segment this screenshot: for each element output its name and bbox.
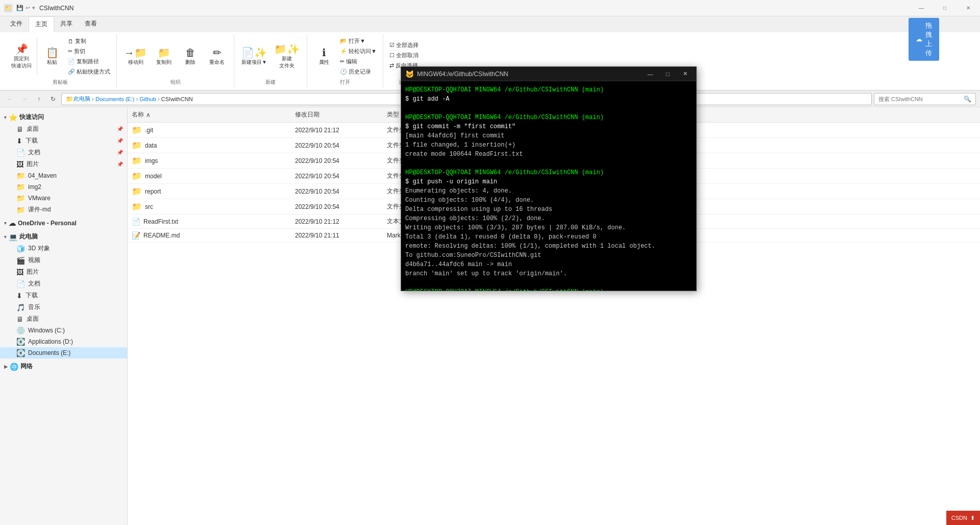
properties-button[interactable]: ℹ 属性 bbox=[311, 45, 337, 68]
new-folder-button[interactable]: 📁✨ 新建文件夹 bbox=[271, 42, 303, 71]
terminal-maximize[interactable]: □ bbox=[660, 69, 675, 79]
folder-icon: 📁 bbox=[132, 202, 142, 211]
copy-to-icon: 📁 bbox=[158, 47, 170, 58]
file-date: 2022/9/10 21:11 bbox=[291, 230, 383, 241]
file-name: 📁 model bbox=[128, 170, 291, 182]
sidebar-item-desktop-quick[interactable]: 🖥 桌面 📌 bbox=[0, 123, 127, 135]
sidebar-item-downloads-quick[interactable]: ⬇ 下载 📌 bbox=[0, 135, 127, 147]
rename-button[interactable]: ✏ 重命名 bbox=[204, 45, 230, 68]
move-to-button[interactable]: →📁 移动到 bbox=[121, 45, 150, 68]
paste-button[interactable]: 📋 粘贴 bbox=[39, 45, 65, 68]
open-button[interactable]: 📂 打开▼ bbox=[338, 36, 379, 46]
copy-label: 复制 bbox=[75, 37, 86, 45]
tab-file[interactable]: 文件 bbox=[4, 16, 29, 32]
file-name: 📁 .git bbox=[128, 124, 291, 136]
file-date: 2022/9/10 20:54 bbox=[291, 186, 383, 197]
file-date: 2022/9/10 20:54 bbox=[291, 202, 383, 212]
sidebar-item-img2[interactable]: 📁 img2 bbox=[0, 181, 127, 193]
search-input[interactable] bbox=[878, 96, 962, 102]
refresh-button[interactable]: ↻ bbox=[47, 93, 59, 105]
open-icon: 📂 bbox=[340, 38, 347, 44]
terminal-line-20: HP@DESKTOP-QQH7OAI MINGW64 /e/Github/CSI… bbox=[405, 288, 692, 291]
3d-label: 3D 对象 bbox=[28, 244, 50, 253]
tab-home[interactable]: 主页 bbox=[29, 16, 54, 33]
quick-save-icon: 💾 bbox=[16, 5, 23, 11]
sidebar-item-3d[interactable]: 🧊 3D 对象 bbox=[0, 243, 127, 254]
sidebar-item-documents[interactable]: 📄 文档 bbox=[0, 278, 127, 290]
this-pc-header[interactable]: ▾ 💻 此电脑 bbox=[0, 231, 127, 243]
terminal-line-4: $ git commit -m "first commit" bbox=[405, 122, 692, 131]
window-title: CSIwithCNN bbox=[39, 5, 74, 12]
back-button[interactable]: ← bbox=[4, 93, 16, 105]
sidebar-item-pictures[interactable]: 🖼 图片 bbox=[0, 266, 127, 278]
csdn-bar[interactable]: CSDN ⬆ bbox=[946, 511, 980, 525]
quick-access-label: 快速访问 bbox=[19, 113, 44, 122]
header-date[interactable]: 修改日期 bbox=[291, 109, 383, 120]
docs-icon: 📄 bbox=[16, 149, 25, 157]
onedrive-header[interactable]: ▾ ☁ OneDrive - Personal bbox=[0, 218, 127, 229]
edit-button[interactable]: ✏ 编辑 bbox=[338, 57, 379, 66]
sidebar-item-maven[interactable]: 📁 04_Maven bbox=[0, 170, 127, 181]
maximize-button[interactable]: □ bbox=[933, 0, 957, 16]
cut-button[interactable]: ✂ 剪切 bbox=[66, 46, 112, 56]
sidebar: ▾ ⭐ 快速访问 🖥 桌面 📌 ⬇ 下载 📌 📄 文档 📌 🖼 图片 bbox=[0, 107, 128, 525]
quick-access-chevron: ▾ bbox=[4, 115, 7, 120]
sidebar-item-downloads[interactable]: ⬇ 下载 bbox=[0, 290, 127, 301]
forward-button[interactable]: → bbox=[18, 93, 31, 105]
sidebar-item-windows-c[interactable]: 💿 Windows (C:) bbox=[0, 325, 127, 336]
header-name[interactable]: 名称 ∧ bbox=[128, 109, 291, 120]
sidebar-item-kj-md[interactable]: 📁 课件-md bbox=[0, 204, 127, 216]
delete-button[interactable]: 🗑 删除 bbox=[178, 45, 203, 68]
up-button[interactable]: ↑ bbox=[33, 93, 45, 105]
sidebar-item-vmware[interactable]: 📁 VMware bbox=[0, 193, 127, 204]
terminal-line-6: 1 file changed, 1 insertion(+) bbox=[405, 140, 692, 150]
sidebar-item-music[interactable]: 🎵 音乐 bbox=[0, 301, 127, 313]
copy-path-button[interactable]: 📄 复制路径 bbox=[66, 57, 112, 66]
pin-to-access-button[interactable]: 📌 固定到快速访问 bbox=[8, 42, 35, 71]
path-sep-2: › bbox=[136, 96, 138, 103]
file-name: 📝 README.md bbox=[128, 230, 291, 241]
search-icon: 🔍 bbox=[964, 96, 971, 103]
terminal-minimize[interactable]: — bbox=[643, 69, 657, 79]
quick-access-header[interactable]: ▾ ⭐ 快速访问 bbox=[0, 111, 127, 123]
new-folder-label: 新建文件夹 bbox=[279, 55, 295, 69]
open-buttons: ℹ 属性 📂 打开▼ ⚡ 轻松访问▼ ✏ 编辑 bbox=[311, 36, 379, 77]
search-box[interactable]: 🔍 bbox=[874, 93, 976, 105]
tab-view[interactable]: 查看 bbox=[79, 16, 103, 32]
path-computer: 📁 bbox=[66, 96, 74, 103]
ribbon-group-clipboard: 📌 固定到快速访问 📋 粘贴 🗒 复制 ✂ bbox=[4, 34, 117, 88]
title-controls: ☁ 拖拽上传 — □ ✕ bbox=[910, 0, 980, 16]
clipboard-title: 剪贴板 bbox=[53, 77, 68, 86]
properties-icon: ℹ bbox=[322, 47, 326, 58]
upload-button[interactable]: ☁ 拖拽上传 bbox=[909, 18, 939, 61]
terminal-line-8: HP@DESKTOP-QQH7OAI MINGW64 /e/Github/CSI… bbox=[405, 168, 692, 177]
history-button[interactable]: 🕐 历史记录 bbox=[338, 67, 379, 77]
terminal-icon: 🐱 bbox=[405, 70, 414, 78]
paste-shortcut-button[interactable]: 🔗 粘贴快捷方式 bbox=[66, 67, 112, 77]
select-none-button[interactable]: ☐ 全部取消 bbox=[387, 51, 421, 60]
path-current: CSIwithCNN bbox=[161, 96, 193, 102]
copy-button[interactable]: 🗒 复制 bbox=[66, 36, 112, 46]
file-name: 📁 imgs bbox=[128, 154, 291, 167]
ribbon-tabs: 文件 主页 共享 查看 bbox=[0, 16, 980, 32]
properties-label: 属性 bbox=[319, 59, 329, 66]
select-all-button[interactable]: ☑ 全部选择 bbox=[387, 40, 421, 50]
sidebar-item-pics-quick[interactable]: 🖼 图片 📌 bbox=[0, 158, 127, 170]
sidebar-item-documents-e[interactable]: 💽 Documents (E:) bbox=[0, 347, 127, 359]
minimize-button[interactable]: — bbox=[910, 0, 933, 16]
terminal-close[interactable]: ✕ bbox=[678, 69, 692, 79]
csdn-label: CSDN bbox=[951, 515, 967, 521]
sidebar-item-applications-d[interactable]: 💽 Applications (D:) bbox=[0, 336, 127, 347]
network-header[interactable]: ▶ 🌐 网络 bbox=[0, 361, 127, 372]
undo-icon: ↩ bbox=[26, 5, 30, 11]
sidebar-item-desktop[interactable]: 🖥 桌面 bbox=[0, 313, 127, 325]
sidebar-item-videos[interactable]: 🎬 视频 bbox=[0, 254, 127, 266]
close-button[interactable]: ✕ bbox=[957, 0, 980, 16]
tab-share[interactable]: 共享 bbox=[54, 16, 79, 32]
easy-access-button[interactable]: ⚡ 轻松访问▼ bbox=[338, 46, 379, 56]
new-item-button[interactable]: 📄✨ 新建项目▼ bbox=[238, 45, 270, 68]
terminal-window: 🐱 MINGW64:/e/Github/CSIwithCNN — □ ✕ HP@… bbox=[401, 66, 697, 291]
file-name: 📁 src bbox=[128, 200, 291, 213]
copy-to-button[interactable]: 📁 复制到 bbox=[151, 45, 177, 68]
sidebar-item-docs-quick[interactable]: 📄 文档 📌 bbox=[0, 147, 127, 158]
